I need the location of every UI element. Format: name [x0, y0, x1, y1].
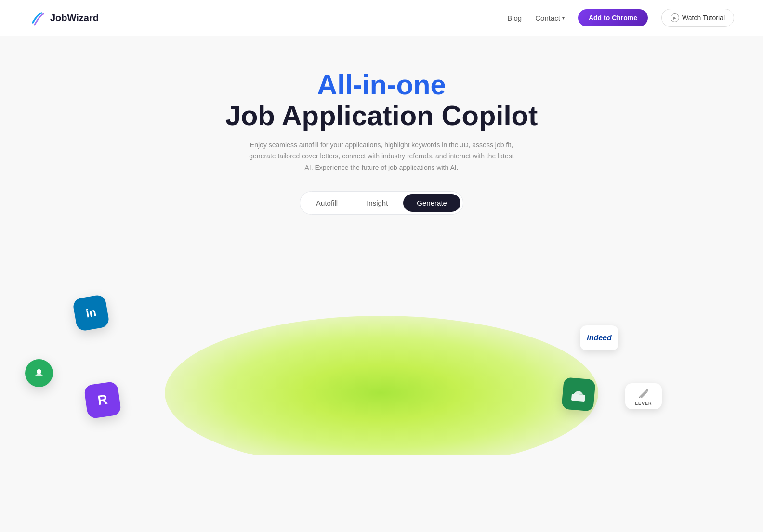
lever-text: LEVER — [635, 401, 652, 406]
contact-dropdown[interactable]: Contact ▾ — [535, 14, 565, 22]
logo-icon — [29, 9, 46, 26]
floating-icons-area: in R indeed LEVER — [0, 263, 763, 455]
linkedin-icon: in — [72, 294, 110, 332]
contact-label: Contact — [535, 14, 560, 22]
hero-title-dark: Job Application Copilot — [10, 100, 753, 131]
blog-link[interactable]: Blog — [507, 14, 522, 22]
chevron-down-icon: ▾ — [562, 15, 565, 21]
greenhouse-icon — [25, 359, 53, 387]
logo-text: JobWizard — [50, 13, 99, 24]
tab-insight[interactable]: Insight — [353, 194, 401, 212]
svg-rect-1 — [571, 394, 585, 402]
recruitee-icon: R — [83, 381, 121, 419]
tab-autofill[interactable]: Autofill — [303, 194, 351, 212]
lever-icon: LEVER — [625, 383, 662, 409]
add-to-chrome-button[interactable]: Add to Chrome — [578, 9, 648, 26]
watch-tutorial-label: Watch Tutorial — [682, 14, 725, 22]
hero-section: All-in-one Job Application Copilot Enjoy… — [0, 36, 763, 234]
tabs-container: Autofill Insight Generate — [10, 191, 753, 215]
tab-generate[interactable]: Generate — [403, 194, 460, 212]
watch-tutorial-button[interactable]: ▶ Watch Tutorial — [661, 9, 734, 27]
indeed-icon: indeed — [580, 325, 618, 350]
hero-subtitle: Enjoy seamless autofill for your applica… — [247, 140, 516, 174]
greenhouse-square-icon — [561, 377, 596, 412]
green-glow-bg — [165, 316, 598, 455]
logo[interactable]: JobWizard — [29, 9, 99, 26]
hero-title-blue: All-in-one — [10, 69, 753, 100]
feature-tabs: Autofill Insight Generate — [300, 191, 463, 215]
play-icon: ▶ — [671, 13, 679, 22]
svg-point-0 — [37, 369, 41, 374]
nav-links: Blog Contact ▾ Add to Chrome ▶ Watch Tut… — [507, 9, 734, 27]
navbar: JobWizard Blog Contact ▾ Add to Chrome ▶… — [0, 0, 763, 36]
